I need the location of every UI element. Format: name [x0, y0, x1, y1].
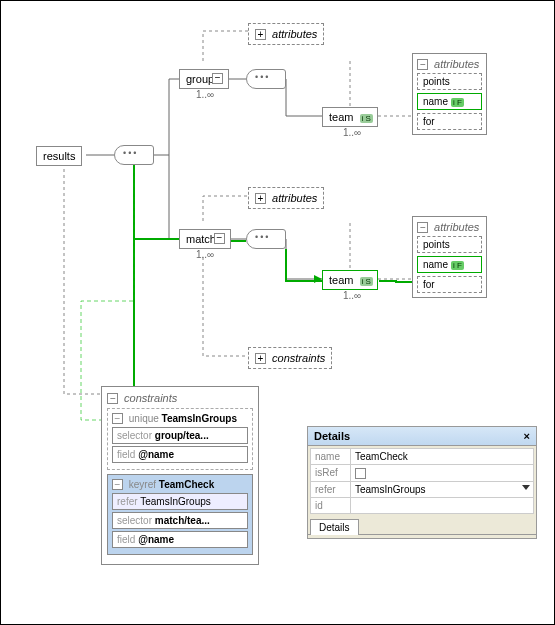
- constraint-keyref[interactable]: − keyref TeamCheck refer TeamsInGroups s…: [107, 474, 253, 555]
- sequence-group[interactable]: [246, 69, 286, 89]
- prop-value-refer[interactable]: TeamsInGroups: [351, 481, 534, 497]
- attr-for[interactable]: for: [417, 276, 482, 293]
- prop-label: id: [311, 497, 351, 513]
- plus-icon: +: [255, 193, 266, 204]
- minus-icon: −: [112, 479, 123, 490]
- checkbox-isref[interactable]: [355, 468, 366, 479]
- constraint-refer-row[interactable]: refer TeamsInGroups: [112, 493, 248, 510]
- constraint-unique[interactable]: − unique TeamsInGroups selector group/te…: [107, 408, 253, 470]
- node-label: results: [43, 150, 75, 162]
- details-row-refer: refer TeamsInGroups: [311, 481, 534, 497]
- attr-points[interactable]: points: [417, 236, 482, 253]
- prop-label: name: [311, 449, 351, 465]
- node-results[interactable]: results: [36, 146, 82, 166]
- expand-toggle[interactable]: −: [214, 233, 225, 244]
- minus-icon[interactable]: −: [107, 393, 118, 404]
- badge-if: i F: [451, 98, 464, 107]
- attributes-collapsed-match[interactable]: + attributes: [248, 187, 324, 209]
- attributes-collapsed-group[interactable]: + attributes: [248, 23, 324, 45]
- constraint-name: TeamsInGroups: [162, 413, 237, 424]
- cardinality-group: 1..∞: [196, 89, 214, 100]
- panel-title: attributes: [434, 58, 479, 70]
- details-panel: Details × name TeamCheck isRef refer Tea…: [307, 426, 537, 539]
- prop-value-isref[interactable]: [351, 465, 534, 482]
- diagram-canvas: results group − 1..∞ + attributes team i…: [0, 0, 555, 625]
- node-team-group[interactable]: team i S: [322, 107, 378, 127]
- constraints-label: constraints: [272, 352, 325, 364]
- node-label: team: [329, 274, 353, 286]
- constraint-selector-row[interactable]: selector match/tea...: [112, 512, 248, 529]
- details-header: Details ×: [308, 427, 536, 446]
- constraint-kind: keyref: [129, 479, 156, 490]
- cardinality-team2: 1..∞: [343, 290, 361, 301]
- sequence-root[interactable]: [114, 145, 154, 165]
- chevron-down-icon[interactable]: [522, 485, 530, 490]
- attr-name[interactable]: namei F: [417, 93, 482, 110]
- sequence-match[interactable]: [246, 229, 286, 249]
- details-row-id: id: [311, 497, 534, 513]
- close-icon[interactable]: ×: [524, 430, 530, 442]
- constraints-title: constraints: [124, 392, 177, 404]
- constraint-field-row[interactable]: field @name: [112, 531, 248, 548]
- node-team-match[interactable]: team i S: [322, 270, 378, 290]
- prop-value-id[interactable]: [351, 497, 534, 513]
- node-match[interactable]: match −: [179, 229, 231, 249]
- node-label: team: [329, 111, 353, 123]
- minus-icon[interactable]: −: [417, 59, 428, 70]
- attr-for[interactable]: for: [417, 113, 482, 130]
- prop-value-name[interactable]: TeamCheck: [351, 449, 534, 465]
- attributes-panel-match-team: − attributes points namei F for: [412, 216, 487, 298]
- node-label: match: [186, 233, 216, 245]
- attributes-label: attributes: [272, 192, 317, 204]
- details-tab[interactable]: Details: [310, 519, 359, 535]
- constraint-field-row[interactable]: field @name: [112, 446, 248, 463]
- plus-icon: +: [255, 29, 266, 40]
- details-grid: name TeamCheck isRef refer TeamsInGroups…: [310, 448, 534, 514]
- cardinality-team1: 1..∞: [343, 127, 361, 138]
- prop-label: isRef: [311, 465, 351, 482]
- plus-icon: +: [255, 353, 266, 364]
- details-row-name: name TeamCheck: [311, 449, 534, 465]
- prop-label: refer: [311, 481, 351, 497]
- details-title: Details: [314, 430, 350, 442]
- badge-is: i S: [360, 277, 373, 286]
- constraint-name: TeamCheck: [159, 479, 214, 490]
- svg-marker-0: [314, 275, 322, 283]
- node-label: group: [186, 73, 214, 85]
- attributes-panel-group-team: − attributes points namei F for: [412, 53, 487, 135]
- constraint-kind: unique: [129, 413, 159, 424]
- expand-toggle[interactable]: −: [212, 73, 223, 84]
- constraints-collapsed-match[interactable]: + constraints: [248, 347, 332, 369]
- badge-is: i S: [360, 114, 373, 123]
- panel-title: attributes: [434, 221, 479, 233]
- node-group[interactable]: group −: [179, 69, 229, 89]
- details-row-isref: isRef: [311, 465, 534, 482]
- minus-icon: −: [112, 413, 123, 424]
- constraints-panel: − constraints − unique TeamsInGroups sel…: [101, 386, 259, 565]
- cardinality-match: 1..∞: [196, 249, 214, 260]
- attr-name[interactable]: namei F: [417, 256, 482, 273]
- attributes-label: attributes: [272, 28, 317, 40]
- constraint-selector-row[interactable]: selector group/tea...: [112, 427, 248, 444]
- badge-if: i F: [451, 261, 464, 270]
- minus-icon[interactable]: −: [417, 222, 428, 233]
- attr-points[interactable]: points: [417, 73, 482, 90]
